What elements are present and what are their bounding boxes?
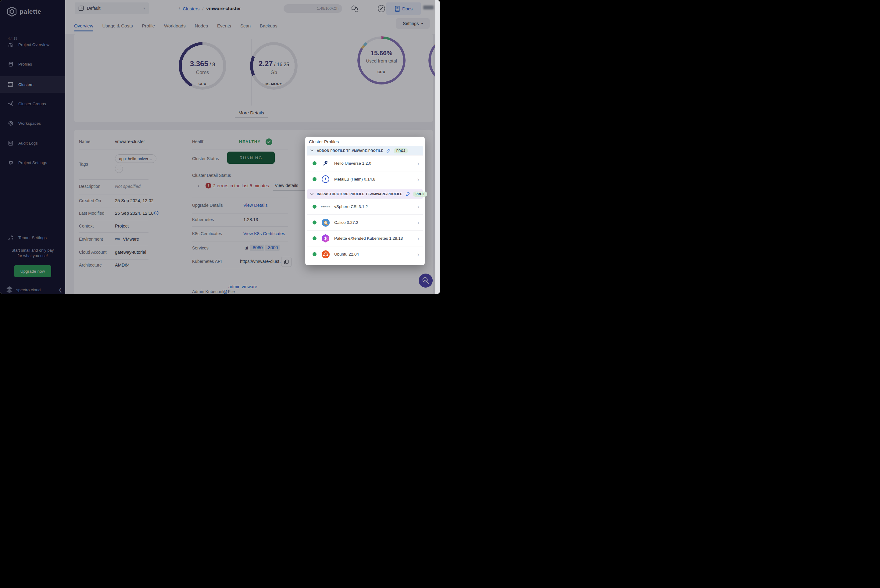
popup-title: Cluster Profiles [307,138,423,146]
ubuntu-icon [321,250,330,258]
profile-pack-metallb[interactable]: MetalLB (Helm) 0.14.8 › [307,171,423,187]
app-window: palette 4.4.19 Project Overview Profiles… [0,0,440,294]
chevron-right-icon: › [417,160,419,167]
pack-name: Ubuntu 22.04 [334,252,417,256]
pack-name: Palette eXtended Kubernetes 1.28.13 [334,236,417,241]
link-icon[interactable] [386,148,391,153]
pack-name: vSphere CSI 3.1.2 [334,204,417,209]
infrastructure-profile-title: INFRASTRUCTURE PROFILE TF-VMWARE-PROFILE [317,192,402,196]
chevron-right-icon: › [417,176,419,183]
link-icon[interactable] [406,192,410,196]
cluster-profiles-popup: Cluster Profiles ADDON PROFILE TF-VMWARE… [305,136,425,266]
calico-icon [321,218,330,226]
proj-badge: PROJ [413,192,427,197]
profile-pack-palette-extended-kubernetes[interactable]: Palette eXtended Kubernetes 1.28.13 › [307,230,423,246]
addon-profile-section-header[interactable]: ADDON PROFILE TF-VMWARE-PROFILE PROJ [307,146,423,155]
chevron-right-icon: › [417,251,419,258]
proj-badge: PROJ [394,148,408,153]
pack-name: MetalLB (Helm) 0.14.8 [334,177,417,182]
scrollbar[interactable] [435,0,440,294]
profile-pack-calico[interactable]: Calico 3.27.2 › [307,214,423,230]
hello-universe-icon [321,159,330,167]
status-dot [313,205,316,208]
profile-pack-hello-universe[interactable]: Hello Universe 1.2.0 › [307,155,423,171]
status-dot [313,161,316,165]
chevron-right-icon: › [417,219,419,226]
vmware-logo-icon: vmvmwareware [321,202,330,211]
profile-pack-vsphere-csi[interactable]: vmvmwareware vSphere CSI 3.1.2 › [307,198,423,214]
addon-profile-title: ADDON PROFILE TF-VMWARE-PROFILE [317,149,383,153]
chevron-right-icon: › [417,235,419,242]
status-dot [313,220,316,225]
metallb-icon [321,175,330,183]
chevron-down-icon [310,193,314,195]
chevron-right-icon: › [417,203,419,210]
status-dot [313,177,316,181]
status-dot [313,236,316,240]
pack-name: Calico 3.27.2 [334,220,417,225]
pack-name: Hello Universe 1.2.0 [334,161,417,166]
status-dot [313,252,316,256]
profile-pack-ubuntu[interactable]: Ubuntu 22.04 › [307,246,423,262]
pxk-hexagon-icon [321,234,330,243]
infrastructure-profile-section-header[interactable]: INFRASTRUCTURE PROFILE TF-VMWARE-PROFILE… [307,189,423,198]
chevron-down-icon [310,150,314,152]
